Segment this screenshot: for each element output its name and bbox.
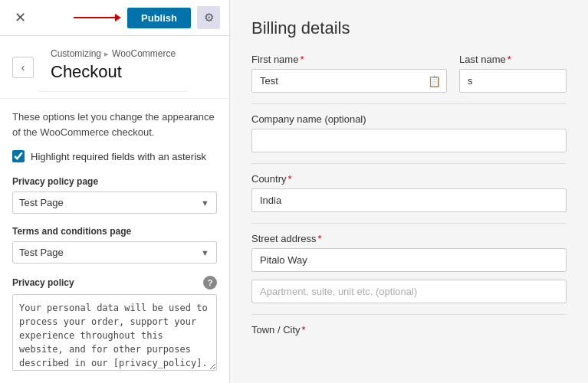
country-input[interactable] <box>251 188 567 212</box>
breadcrumb: Customizing ▸ WooCommerce <box>38 42 188 61</box>
required-star: * <box>300 54 304 65</box>
street-field: Street address* <box>251 233 567 272</box>
privacy-policy-page-group: Privacy policy page Test Page Sample Pag… <box>12 176 217 214</box>
apt-input[interactable] <box>251 280 567 303</box>
highlight-label: Highlight required fields with an asteri… <box>31 151 206 162</box>
country-label: Country* <box>251 173 567 185</box>
first-name-field: First name* 📋 <box>251 54 447 93</box>
company-input[interactable] <box>251 129 567 152</box>
first-name-input-wrapper: 📋 <box>251 69 447 93</box>
privacy-policy-page-label: Privacy policy page <box>12 176 217 187</box>
left-panel: ✕ Publish ⚙ ‹ Customizing ▸ WooCommerce … <box>0 0 230 383</box>
back-icon: ‹ <box>21 61 25 74</box>
privacy-textarea[interactable]: Your personal data will be used to proce… <box>12 294 217 371</box>
last-name-input[interactable] <box>459 69 567 93</box>
first-name-input[interactable] <box>251 69 447 93</box>
town-field: Town / City* <box>251 324 567 339</box>
calendar-icon: 📋 <box>428 75 441 87</box>
gear-icon: ⚙ <box>204 11 214 25</box>
last-name-field: Last name* <box>459 54 567 93</box>
privacy-policy-label: Privacy policy <box>12 277 74 288</box>
billing-title: Billing details <box>251 18 567 38</box>
required-star-5: * <box>302 324 306 336</box>
panel-body: These options let you change the appeara… <box>0 99 229 383</box>
first-name-label: First name* <box>251 54 447 65</box>
publish-button[interactable]: Publish <box>127 8 191 28</box>
street-label: Street address* <box>251 233 567 244</box>
required-star-4: * <box>318 233 322 244</box>
help-icon[interactable]: ? <box>203 276 217 290</box>
town-label: Town / City* <box>251 324 567 336</box>
page-title: Checkout <box>38 61 188 92</box>
privacy-policy-select-wrapper: Test Page Sample Page Contact ▼ <box>12 192 217 214</box>
right-panel: Billing details First name* 📋 Last name*… <box>230 0 588 383</box>
panel-description: These options let you change the appeara… <box>12 110 217 139</box>
terms-conditions-label: Terms and conditions page <box>12 226 217 237</box>
highlight-required-row: Highlight required fields with an asteri… <box>12 150 217 162</box>
settings-button[interactable]: ⚙ <box>197 6 220 29</box>
close-button[interactable]: ✕ <box>9 7 31 28</box>
panel-header: ‹ Customizing ▸ WooCommerce Checkout <box>0 36 229 99</box>
street-input[interactable] <box>251 248 567 272</box>
terms-conditions-group: Terms and conditions page Test Page Samp… <box>12 226 217 264</box>
back-button[interactable]: ‹ <box>12 57 34 78</box>
apt-field <box>251 280 567 303</box>
required-star-2: * <box>508 54 511 65</box>
company-field: Company name (optional) <box>251 113 567 152</box>
privacy-policy-select[interactable]: Test Page Sample Page Contact <box>12 192 217 214</box>
last-name-label: Last name* <box>459 54 567 65</box>
terms-select-wrapper: Test Page Sample Page Contact ▼ <box>12 241 217 264</box>
name-row: First name* 📋 Last name* <box>251 54 567 93</box>
highlight-checkbox[interactable] <box>12 150 25 162</box>
country-field: Country* <box>251 173 567 212</box>
required-star-3: * <box>288 173 292 185</box>
top-bar: ✕ Publish ⚙ <box>0 0 229 36</box>
company-label: Company name (optional) <box>251 113 567 125</box>
privacy-policy-group: Privacy policy ? Your personal data will… <box>12 276 217 373</box>
terms-select[interactable]: Test Page Sample Page Contact <box>12 241 217 264</box>
privacy-policy-header: Privacy policy ? <box>12 276 217 290</box>
